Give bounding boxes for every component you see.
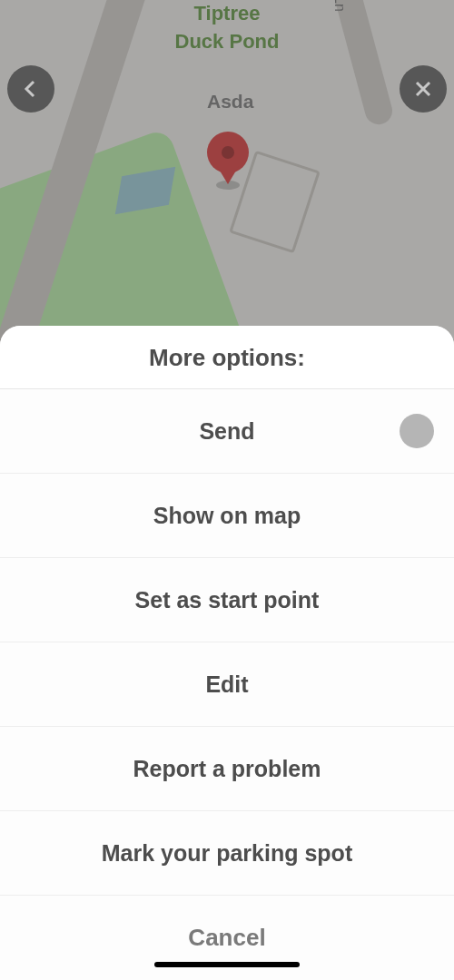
close-icon: [412, 78, 434, 100]
sheet-item-label: Show on map: [153, 503, 301, 529]
sheet-item-label: Send: [199, 418, 254, 445]
sheet-item-mark-parking[interactable]: Mark your parking spot: [0, 811, 454, 896]
cancel-button[interactable]: Cancel: [0, 896, 454, 980]
sheet-item-label: Edit: [205, 671, 248, 698]
close-button[interactable]: [400, 65, 447, 113]
send-badge-icon: [400, 414, 434, 448]
sheet-item-report-problem[interactable]: Report a problem: [0, 727, 454, 811]
chevron-left-icon: [20, 78, 42, 100]
sheet-item-label: Report a problem: [133, 756, 321, 782]
sheet-item-set-start-point[interactable]: Set as start point: [0, 558, 454, 642]
sheet-item-label: Set as start point: [135, 587, 320, 613]
sheet-item-edit[interactable]: Edit: [0, 642, 454, 727]
more-options-sheet: More options: Send Show on map Set as st…: [0, 326, 454, 980]
sheet-item-label: Mark your parking spot: [102, 840, 352, 867]
sheet-title: More options:: [149, 344, 305, 371]
sheet-item-show-on-map[interactable]: Show on map: [0, 474, 454, 558]
sheet-item-send[interactable]: Send: [0, 389, 454, 474]
home-indicator[interactable]: [154, 962, 300, 967]
cancel-label: Cancel: [188, 924, 265, 952]
sheet-header: More options:: [0, 326, 454, 389]
back-button[interactable]: [7, 65, 54, 113]
